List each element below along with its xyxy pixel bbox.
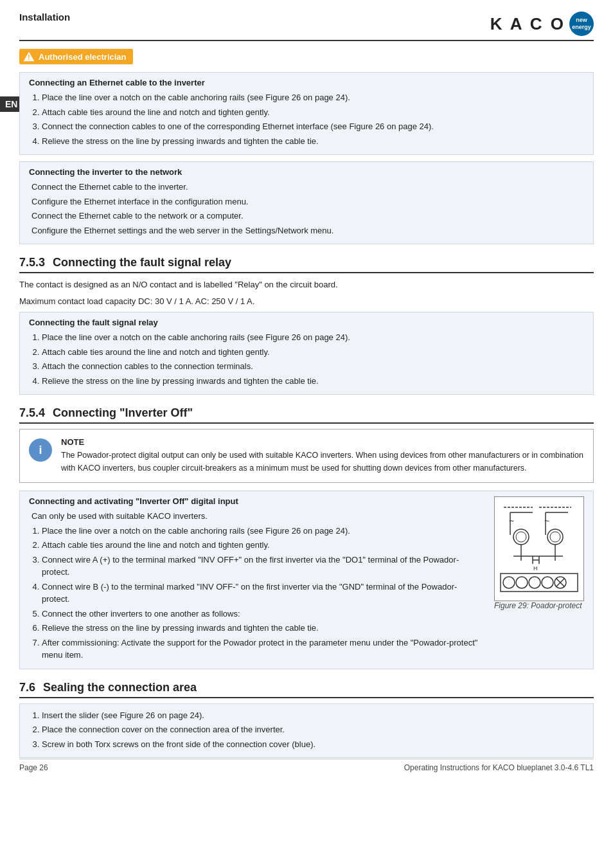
section-753-body2: Maximum contact load capacity DC: 30 V /… (19, 295, 594, 308)
list-item: Place the line over a notch on the cable… (42, 331, 584, 344)
ethernet-steps-list: Place the line over a notch on the cable… (42, 91, 584, 147)
section-753-title: Connecting the fault signal relay (53, 256, 231, 269)
list-item: Relieve the stress on the line by pressi… (42, 622, 484, 635)
logo-area: K A C O new energy (490, 12, 594, 36)
note-block: i NOTE The Powador-protect digital outpu… (19, 429, 594, 483)
svg-text:~: ~ (544, 516, 549, 526)
inverter-off-section: Connecting and activating "Inverter Off"… (19, 491, 594, 669)
page-footer: Page 26 Operating Instructions for KACO … (19, 759, 594, 772)
figure-area: ~ ~ (494, 496, 584, 610)
warning-badge: ! Authorised electrician (19, 49, 133, 64)
figure-diagram: ~ ~ (494, 496, 584, 601)
list-item: After commissioning: Activate the suppor… (42, 637, 484, 662)
warning-triangle-icon: ! (23, 51, 35, 62)
list-item: Connect wire A (+) to the terminal marke… (42, 554, 484, 579)
note-text: The Powador-protect digital output can o… (61, 449, 584, 475)
list-item: Connect the other inverters to one anoth… (42, 608, 484, 620)
svg-point-24 (503, 577, 515, 588)
svg-point-11 (516, 532, 526, 542)
list-item: Place the connection cover on the connec… (42, 723, 584, 736)
svg-text:H: H (533, 565, 538, 572)
list-item: Relieve the stress on the line by pressi… (42, 375, 584, 388)
sealing-steps: Insert the slider (see Figure 26 on page… (42, 709, 584, 751)
list-item: Place the line over a notch on the cable… (42, 91, 584, 104)
warning-badge-label: Authorised electrician (39, 52, 127, 62)
network-bullets: Connect the Ethernet cable to the invert… (31, 181, 584, 237)
en-badge: EN (0, 96, 19, 112)
inverter-off-left: Connecting and activating "Inverter Off"… (29, 496, 484, 664)
fault-relay-title: Connecting the fault signal relay (29, 318, 584, 327)
inverter-off-steps: Place the line over a notch on the cable… (42, 525, 484, 662)
figure-caption: Figure 29: Poador-protect (494, 601, 584, 610)
footer-page: Page 26 (19, 763, 48, 772)
list-item: Relieve the stress on the line by pressi… (42, 135, 584, 148)
section-754-title: Connecting "Inverter Off" (53, 406, 193, 420)
svg-point-27 (542, 577, 553, 588)
inverter-off-two-col: Connecting and activating "Inverter Off"… (29, 496, 584, 664)
svg-rect-31 (501, 502, 533, 511)
list-item: Connect wire B (-) to the terminal marke… (42, 581, 484, 606)
network-section: Connecting the inverter to the network C… (19, 161, 594, 244)
section-753-body1: The contact is designed as an N/O contac… (19, 278, 594, 291)
list-item: Attach cable ties around the line and no… (42, 106, 584, 119)
list-item: Configure the Ethernet settings and the … (31, 224, 584, 237)
section-753-num: 7.5.3 (19, 256, 45, 269)
ethernet-section-title: Connecting an Ethernet cable to the inve… (29, 78, 584, 87)
inverter-off-bullets: Can only be used with suitable KACO inve… (31, 510, 484, 523)
fault-relay-steps: Place the line over a notch on the cable… (42, 331, 584, 387)
list-item: Connect the Ethernet cable to the networ… (31, 210, 584, 222)
diagram-svg: ~ ~ (497, 500, 581, 596)
footer-doc-title: Operating Instructions for KACO blueplan… (404, 763, 594, 772)
list-item: Attach the connection cables to the conn… (42, 360, 584, 373)
list-item: Place the line over a notch on the cable… (42, 525, 484, 538)
list-item: Insert the slider (see Figure 26 on page… (42, 709, 584, 722)
list-item: Connect the Ethernet cable to the invert… (31, 181, 584, 194)
list-item: Can only be used with suitable KACO inve… (31, 510, 484, 523)
header-title: Installation (19, 12, 70, 23)
svg-point-26 (529, 577, 540, 588)
svg-point-25 (516, 577, 528, 588)
ethernet-section: Connecting an Ethernet cable to the inve… (19, 72, 594, 155)
section-76-num: 7.6 (19, 681, 35, 694)
section-754-num: 7.5.4 (19, 406, 45, 420)
list-item: Screw in both Torx screws on the front s… (42, 738, 584, 751)
list-item: Attach cable ties around the line and no… (42, 346, 584, 359)
info-icon: i (29, 439, 52, 462)
svg-point-13 (550, 532, 560, 542)
section-754-header: 7.5.4 Connecting "Inverter Off" (19, 406, 594, 424)
list-item: Configure the Ethernet interface in the … (31, 195, 584, 208)
sealing-section: Insert the slider (see Figure 26 on page… (19, 703, 594, 759)
list-item: Connect the connection cables to one of … (42, 120, 584, 133)
logo-text: K A C O (490, 14, 565, 34)
note-title: NOTE (61, 437, 584, 447)
logo-circle: new energy (569, 12, 594, 36)
svg-text:~: ~ (509, 516, 514, 526)
list-item: Attach cable ties around the line and no… (42, 539, 484, 552)
page-header: Installation K A C O new energy (19, 12, 594, 41)
section-753-header: 7.5.3 Connecting the fault signal relay (19, 256, 594, 273)
section-76-header: 7.6 Sealing the connection area (19, 681, 594, 698)
svg-text:!: ! (28, 54, 30, 61)
inverter-off-title: Connecting and activating "Inverter Off"… (29, 496, 484, 506)
network-section-title: Connecting the inverter to the network (29, 167, 584, 177)
section-76-title: Sealing the connection area (43, 681, 197, 694)
note-content: NOTE The Powador-protect digital output … (61, 437, 584, 475)
fault-relay-section: Connecting the fault signal relay Place … (19, 312, 594, 395)
